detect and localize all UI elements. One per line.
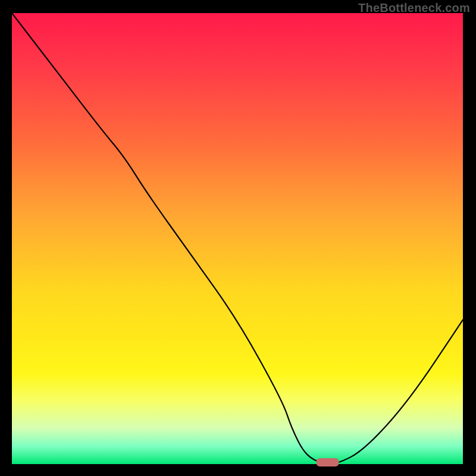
bottleneck-curve-line [12,13,463,464]
chart-svg [12,13,463,464]
optimal-point-marker [317,458,339,466]
chart-frame: TheBottleneck.com [0,0,476,476]
plot-area [12,13,463,464]
watermark-text: TheBottleneck.com [358,1,470,15]
